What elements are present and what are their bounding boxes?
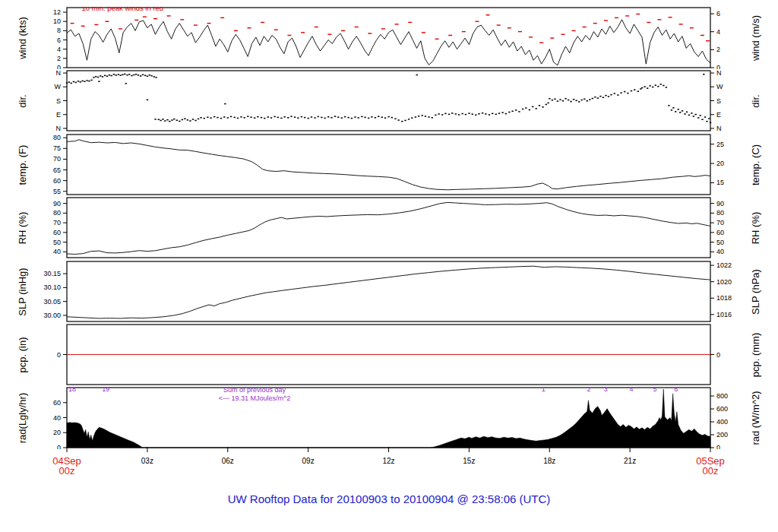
svg-text:1022: 1022 — [716, 261, 732, 269]
svg-text:N: N — [716, 125, 722, 132]
uw-rooftop-meteogram: wind (kts) dir. temp. (F) RH (%) SLP (in… — [0, 0, 778, 532]
svg-text:600: 600 — [716, 405, 728, 413]
panel-annotation: 6 — [674, 387, 678, 393]
svg-text:70: 70 — [53, 155, 61, 163]
svg-text:30.00: 30.00 — [43, 312, 61, 319]
svg-text:12: 12 — [53, 8, 61, 16]
svg-text:0: 0 — [716, 64, 720, 69]
svg-text:40: 40 — [53, 248, 61, 255]
svg-text:80: 80 — [53, 209, 61, 217]
svg-text:50: 50 — [716, 239, 724, 246]
svg-text:55: 55 — [53, 188, 61, 195]
panel-annotation: 3 — [604, 387, 608, 393]
rad-panel-plot: 020406002004006008001819Sum of previous … — [0, 387, 778, 449]
panel-annotation: 4 — [629, 387, 633, 393]
x-axis-ticks — [0, 447, 778, 454]
panel-annotation: 18 — [68, 387, 76, 393]
panel-annotation: 19 — [102, 387, 109, 393]
panel-annotation: 1 — [542, 387, 546, 393]
svg-text:6: 6 — [57, 36, 61, 44]
svg-text:4: 4 — [716, 28, 720, 36]
svg-text:200: 200 — [716, 431, 728, 439]
temp-panel-plot: 556065707580152025 — [0, 134, 778, 196]
svg-text:N: N — [716, 70, 722, 77]
page-title: UW Rooftop Data for 20100903 to 20100904… — [0, 492, 778, 505]
svg-text:60: 60 — [53, 177, 61, 185]
x-tick-label: 04Sep 00z — [33, 456, 101, 476]
svg-text:80: 80 — [53, 134, 61, 141]
svg-text:0: 0 — [57, 351, 61, 359]
pcp-panel-plot: 00 — [0, 324, 778, 386]
svg-text:30.15: 30.15 — [43, 270, 61, 277]
x-tick-label: 09z — [274, 456, 343, 466]
svg-text:2: 2 — [57, 55, 61, 62]
svg-text:40: 40 — [53, 414, 61, 422]
x-tick-label: 21z — [596, 456, 664, 466]
svg-text:70: 70 — [716, 219, 724, 226]
x-tick-label: 15z — [435, 456, 503, 466]
svg-text:800: 800 — [716, 392, 728, 400]
svg-text:65: 65 — [53, 166, 61, 174]
svg-text:60: 60 — [53, 229, 61, 236]
svg-text:S: S — [716, 97, 721, 105]
svg-text:400: 400 — [716, 418, 728, 426]
svg-text:30.05: 30.05 — [43, 298, 61, 306]
svg-text:60: 60 — [53, 399, 61, 407]
svg-text:30.10: 30.10 — [43, 283, 61, 291]
panel-annotation: <--- 19.31 MJoules/m^2 — [219, 394, 291, 402]
svg-text:N: N — [56, 70, 62, 77]
svg-text:80: 80 — [716, 209, 724, 217]
svg-text:S: S — [56, 97, 61, 105]
svg-text:75: 75 — [53, 144, 61, 152]
svg-text:25: 25 — [716, 141, 724, 148]
svg-text:90: 90 — [716, 200, 724, 207]
svg-text:6: 6 — [716, 10, 720, 17]
svg-text:E: E — [56, 111, 61, 119]
x-tick-label: 06z — [194, 456, 262, 466]
svg-text:8: 8 — [57, 27, 61, 34]
svg-text:W: W — [716, 83, 723, 90]
x-tick-label: 18z — [515, 456, 584, 466]
svg-text:W: W — [55, 83, 62, 90]
svg-text:20: 20 — [716, 160, 724, 167]
wind-panel-plot: 024681012024610 min. peak winds in red — [0, 7, 778, 69]
svg-text:2: 2 — [716, 46, 720, 53]
svg-text:1018: 1018 — [716, 294, 732, 302]
svg-text:60: 60 — [716, 229, 724, 236]
svg-text:0: 0 — [57, 64, 61, 69]
x-tick-label: 03z — [113, 456, 182, 466]
svg-text:4: 4 — [57, 46, 61, 53]
svg-text:40: 40 — [716, 248, 724, 255]
svg-text:20: 20 — [53, 429, 61, 436]
dir-panel-plot: NWSENNWSEN — [0, 70, 778, 132]
svg-text:90: 90 — [53, 200, 61, 207]
panel-annotation: Sum of previous day — [223, 387, 286, 394]
x-tick-label: 12z — [355, 456, 423, 466]
svg-text:N: N — [56, 125, 62, 132]
svg-text:10: 10 — [53, 17, 61, 25]
panel-annotation: 2 — [587, 387, 591, 393]
svg-text:0: 0 — [716, 351, 720, 359]
rh-panel-plot: 405060708090405060708090 — [0, 197, 778, 259]
svg-text:1016: 1016 — [716, 311, 732, 318]
x-tick-label: 05Sep 00z — [676, 456, 745, 476]
panel-annotation: 10 min. peak winds in red — [81, 7, 163, 12]
svg-text:E: E — [716, 111, 721, 119]
svg-text:15: 15 — [716, 179, 724, 186]
panel-annotation: 5 — [653, 387, 656, 393]
slp-panel-plot: 30.0030.0530.1030.151016101810201022 — [0, 261, 778, 323]
svg-text:1020: 1020 — [716, 278, 732, 286]
svg-text:50: 50 — [53, 239, 61, 246]
svg-text:70: 70 — [53, 219, 61, 226]
